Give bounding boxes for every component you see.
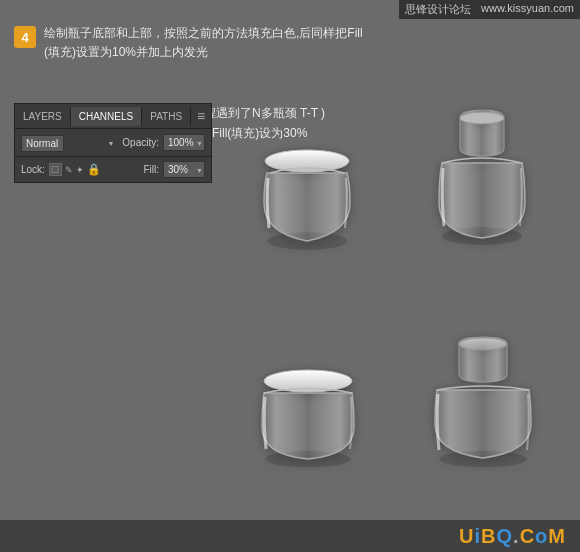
jar-top-left <box>225 65 390 281</box>
opacity-label: Opacity: <box>122 137 159 148</box>
brand-b: B <box>481 525 496 547</box>
brand-c: C <box>520 525 535 547</box>
brand-bar: UiBQ.CoM <box>0 520 580 552</box>
step-4-text: 绘制瓶子底部和上部，按照之前的方法填充白色,后同样把Fill (填充)设置为10… <box>44 24 566 62</box>
blend-mode-select[interactable]: Normal <box>21 135 64 152</box>
tab-paths[interactable]: PATHS <box>142 107 191 126</box>
jar-top-right-svg <box>425 98 540 248</box>
fill-value-wrap <box>163 161 205 178</box>
brand-text: UiBQ.CoM <box>459 525 566 548</box>
blend-mode-select-wrap: Normal <box>21 133 118 152</box>
ps-tabs: LAYERS CHANNELS PATHS ≡ <box>15 104 211 129</box>
brand-q: Q <box>497 525 514 547</box>
panel-menu-icon[interactable]: ≡ <box>191 104 211 128</box>
brand-o: o <box>535 525 548 547</box>
tab-channels[interactable]: CHANNELS <box>71 107 142 126</box>
ps-row1: Normal Opacity: <box>15 129 211 157</box>
jar-bottom-right-svg <box>423 332 543 467</box>
lock-all-icon[interactable]: 🔒 <box>87 163 101 176</box>
step-4-item: 4 绘制瓶子底部和上部，按照之前的方法填充白色,后同样把Fill (填充)设置为… <box>14 24 566 62</box>
ps-row2: Lock: ☐ ✎ ✦ 🔒 Fill: <box>15 157 211 182</box>
jar-top-right <box>400 65 565 281</box>
opacity-input[interactable] <box>163 134 205 151</box>
brand-m: M <box>548 525 566 547</box>
brand-u: U <box>459 525 474 547</box>
ps-panel: LAYERS CHANNELS PATHS ≡ Normal Opacity: … <box>14 103 212 183</box>
fill-label: Fill: <box>143 164 159 175</box>
tab-layers[interactable]: LAYERS <box>15 107 71 126</box>
opacity-value-wrap <box>163 134 205 151</box>
lock-icons: ☐ ✎ ✦ 🔒 <box>49 163 101 176</box>
step-4-number: 4 <box>14 26 36 48</box>
lock-brush-icon[interactable]: ✎ <box>65 165 73 175</box>
jar-top-left-svg <box>250 93 365 253</box>
svg-point-6 <box>459 338 507 350</box>
jar-bottom-left <box>225 291 390 507</box>
lock-transparent-icon[interactable]: ☐ <box>49 163 62 176</box>
lock-move-icon[interactable]: ✦ <box>76 165 84 175</box>
lock-label: Lock: <box>21 164 45 175</box>
svg-point-2 <box>460 112 504 124</box>
fill-input[interactable] <box>163 161 205 178</box>
canvas-area <box>220 60 570 512</box>
jar-bottom-left-svg <box>248 329 368 469</box>
jar-bottom-right <box>400 291 565 507</box>
